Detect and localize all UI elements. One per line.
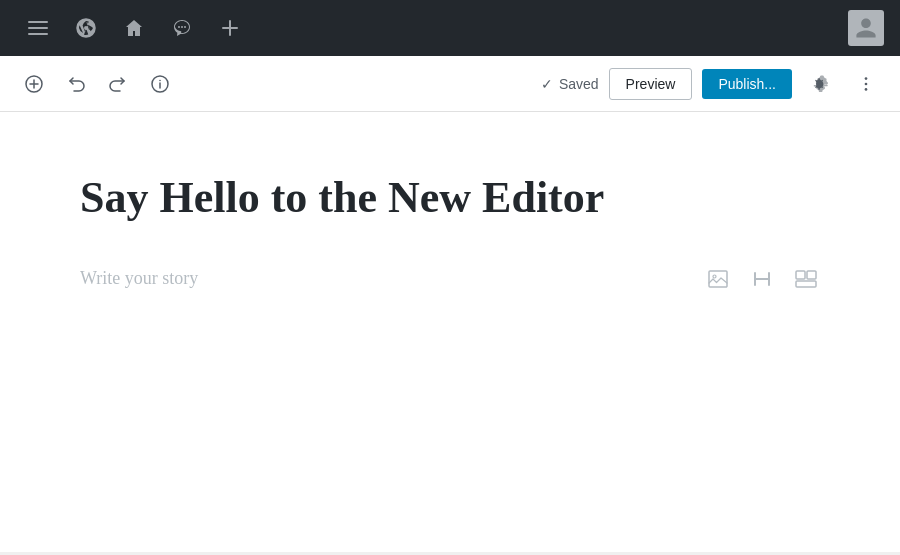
more-options-button[interactable]	[848, 66, 884, 102]
hamburger-icon	[28, 18, 48, 38]
svg-rect-18	[796, 281, 816, 287]
svg-point-10	[159, 79, 161, 81]
info-button[interactable]	[142, 66, 178, 102]
toolbar-right: ✓ Saved Preview Publish...	[541, 66, 884, 102]
add-new-button[interactable]	[208, 6, 252, 50]
svg-point-11	[865, 77, 868, 80]
post-title[interactable]: Say Hello to the New Editor	[80, 172, 820, 225]
heading-block-tool[interactable]	[748, 265, 776, 293]
home-icon	[124, 18, 144, 38]
svg-rect-1	[28, 27, 48, 29]
svg-rect-16	[796, 271, 805, 279]
saved-indicator: ✓ Saved	[541, 76, 599, 92]
editor-toolbar: ✓ Saved Preview Publish...	[0, 56, 900, 112]
svg-rect-2	[28, 33, 48, 35]
svg-rect-17	[807, 271, 816, 279]
top-nav-right	[848, 10, 884, 46]
svg-point-6	[181, 26, 183, 28]
hamburger-menu-button[interactable]	[16, 6, 60, 50]
wordpress-logo-button[interactable]	[64, 6, 108, 50]
avatar-icon	[854, 16, 878, 40]
undo-icon	[66, 74, 86, 94]
publish-button[interactable]: Publish...	[702, 69, 792, 99]
image-icon	[706, 267, 730, 291]
editor-body-row: Write your story	[80, 265, 820, 293]
undo-button[interactable]	[58, 66, 94, 102]
settings-button[interactable]	[802, 66, 838, 102]
editor-area: Say Hello to the New Editor Write your s…	[0, 112, 900, 552]
top-nav	[0, 0, 900, 56]
svg-point-7	[184, 26, 186, 28]
svg-rect-14	[709, 271, 727, 287]
heading-icon	[750, 267, 774, 291]
add-block-button[interactable]	[16, 66, 52, 102]
wordpress-icon	[76, 18, 96, 38]
svg-point-15	[713, 275, 716, 278]
user-avatar[interactable]	[848, 10, 884, 46]
preview-button[interactable]: Preview	[609, 68, 693, 100]
settings-icon	[811, 75, 829, 93]
redo-icon	[108, 74, 128, 94]
image-block-tool[interactable]	[704, 265, 732, 293]
svg-point-12	[865, 82, 868, 85]
redo-button[interactable]	[100, 66, 136, 102]
gallery-block-tool[interactable]	[792, 265, 820, 293]
saved-label: Saved	[559, 76, 599, 92]
svg-rect-0	[28, 21, 48, 23]
feedback-button[interactable]	[160, 6, 204, 50]
block-tools	[704, 265, 820, 293]
top-nav-left	[16, 6, 252, 50]
feedback-icon	[172, 18, 192, 38]
check-icon: ✓	[541, 76, 553, 92]
svg-point-13	[865, 88, 868, 91]
add-icon	[220, 18, 240, 38]
home-button[interactable]	[112, 6, 156, 50]
more-options-icon	[857, 75, 875, 93]
gallery-icon	[794, 267, 818, 291]
info-icon	[150, 74, 170, 94]
toolbar-left	[16, 66, 178, 102]
svg-point-5	[178, 26, 180, 28]
editor-body-placeholder[interactable]: Write your story	[80, 268, 198, 289]
add-block-icon	[24, 74, 44, 94]
